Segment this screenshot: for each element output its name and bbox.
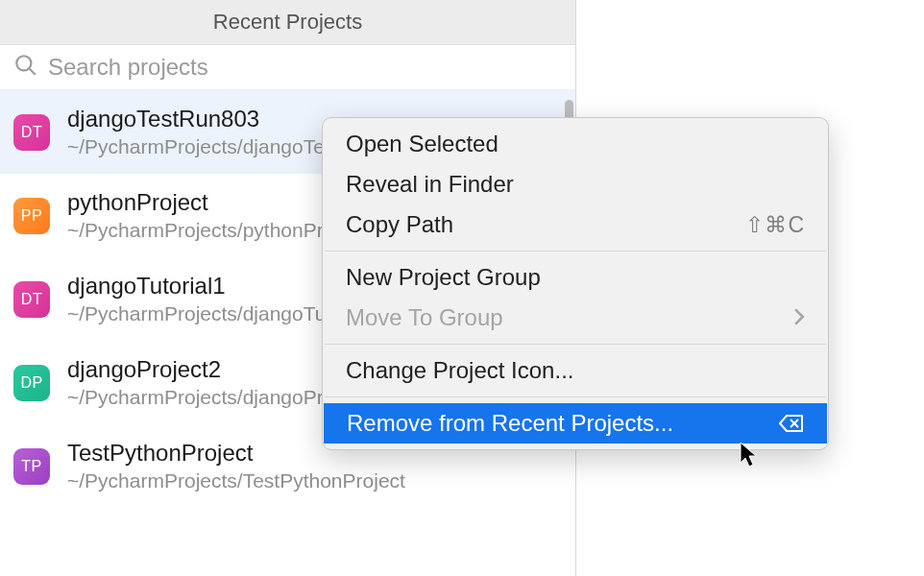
- menu-item-label: Open Selected: [346, 131, 498, 157]
- menu-copy-path[interactable]: Copy Path ⇧⌘C: [323, 204, 828, 245]
- project-icon: PP: [13, 198, 50, 234]
- menu-separator: [325, 396, 826, 397]
- menu-item-label: Copy Path: [346, 211, 453, 238]
- menu-new-project-group[interactable]: New Project Group: [323, 257, 828, 298]
- svg-line-1: [29, 68, 36, 75]
- search-input[interactable]: [48, 54, 562, 81]
- menu-item-label: Move To Group: [346, 304, 503, 331]
- delete-icon: [779, 414, 804, 433]
- project-icon: DT: [13, 114, 50, 151]
- menu-item-label: Remove from Recent Projects...: [347, 410, 673, 437]
- project-path: ~/PycharmProjects/TestPythonProject: [67, 469, 405, 492]
- menu-separator: [325, 251, 826, 252]
- menu-item-label: Change Project Icon...: [346, 357, 573, 384]
- mouse-cursor-icon: [740, 442, 759, 472]
- project-icon: DP: [13, 365, 50, 401]
- context-menu: Open Selected Reveal in Finder Copy Path…: [322, 117, 829, 450]
- menu-shortcut: ⇧⌘C: [745, 212, 805, 238]
- menu-change-project-icon[interactable]: Change Project Icon...: [323, 350, 828, 391]
- search-icon: [13, 53, 38, 82]
- menu-item-label: Reveal in Finder: [346, 171, 514, 198]
- project-icon: TP: [13, 448, 50, 485]
- menu-open-selected[interactable]: Open Selected: [323, 124, 828, 164]
- panel-title: Recent Projects: [0, 0, 575, 45]
- menu-remove-from-recent[interactable]: Remove from Recent Projects...: [324, 403, 827, 444]
- svg-point-0: [16, 56, 31, 70]
- project-icon: DT: [13, 281, 50, 318]
- menu-move-to-group[interactable]: Move To Group: [323, 298, 828, 338]
- menu-reveal-in-finder[interactable]: Reveal in Finder: [323, 164, 828, 204]
- chevron-right-icon: [793, 304, 805, 331]
- menu-item-label: New Project Group: [346, 264, 541, 291]
- search-row: [0, 45, 575, 90]
- menu-separator: [325, 344, 826, 345]
